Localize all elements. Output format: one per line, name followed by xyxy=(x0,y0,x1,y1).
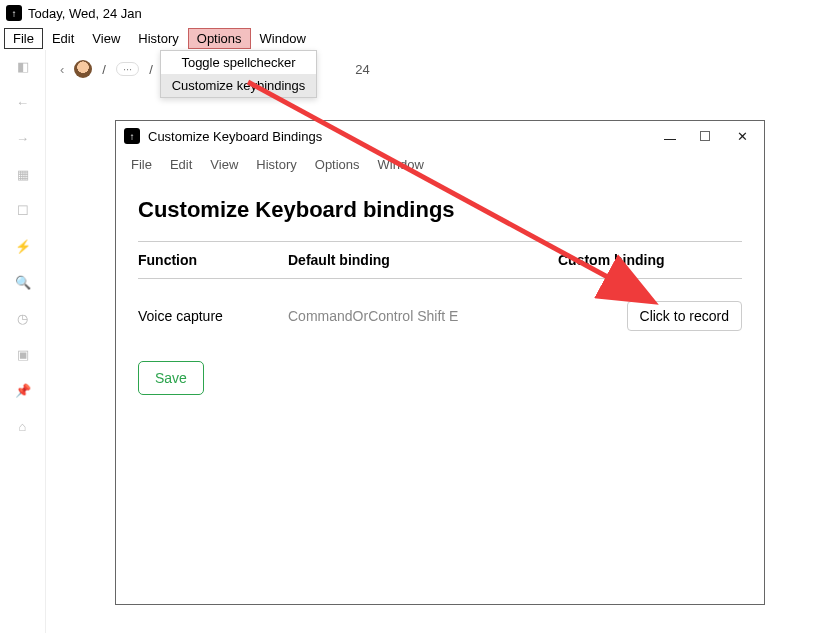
bolt-icon[interactable]: ⚡ xyxy=(13,236,33,256)
main-window-title: Today, Wed, 24 Jan xyxy=(28,6,142,21)
save-button[interactable]: Save xyxy=(138,361,204,395)
minimize-button[interactable] xyxy=(664,139,676,140)
save-icon[interactable]: ▣ xyxy=(13,344,33,364)
dialog-app-icon: ↑ xyxy=(124,128,140,144)
inbox-icon[interactable]: ☐ xyxy=(13,200,33,220)
main-titlebar: ↑ Today, Wed, 24 Jan xyxy=(0,0,832,26)
main-menubar: File Edit View History Options Window xyxy=(0,26,832,50)
calendar-icon[interactable]: ▦ xyxy=(13,164,33,184)
clock-icon[interactable]: ◷ xyxy=(13,308,33,328)
dialog-menubar: File Edit View History Options Window xyxy=(116,151,764,177)
search-icon[interactable]: 🔍 xyxy=(13,272,33,292)
dropdown-customize-keybindings[interactable]: Customize keybindings xyxy=(161,74,316,97)
menu-options[interactable]: Options xyxy=(188,28,251,49)
arrow-left-icon[interactable]: ← xyxy=(13,92,33,112)
menu-view[interactable]: View xyxy=(83,28,129,49)
dialog-title: Customize Keyboard Bindings xyxy=(148,129,322,144)
dialog-heading: Customize Keyboard bindings xyxy=(138,197,742,223)
dialog-menu-history[interactable]: History xyxy=(247,154,305,175)
row-default-binding: CommandOrControl Shift E xyxy=(288,308,558,324)
pin-icon[interactable]: 📌 xyxy=(13,380,33,400)
window-controls: ✕ xyxy=(664,129,750,144)
panel-icon[interactable]: ◧ xyxy=(13,56,33,76)
avatar[interactable] xyxy=(74,60,92,78)
dialog-menu-view[interactable]: View xyxy=(201,154,247,175)
menu-history[interactable]: History xyxy=(129,28,187,49)
dialog-menu-window[interactable]: Window xyxy=(369,154,433,175)
header-function: Function xyxy=(138,252,288,268)
table-row: Voice capture CommandOrControl Shift E C… xyxy=(138,279,742,345)
sidebar: ◧ ← → ▦ ☐ ⚡ 🔍 ◷ ▣ 📌 ⌂ xyxy=(0,50,46,633)
options-dropdown: Toggle spellchecker Customize keybinding… xyxy=(160,50,317,98)
menu-edit[interactable]: Edit xyxy=(43,28,83,49)
dialog-menu-options[interactable]: Options xyxy=(306,154,369,175)
menu-file[interactable]: File xyxy=(4,28,43,49)
table-header: Function Default binding Custom binding xyxy=(138,241,742,279)
close-button[interactable]: ✕ xyxy=(734,129,750,144)
breadcrumb-slash-2: / xyxy=(149,62,153,77)
app-icon: ↑ xyxy=(6,5,22,21)
menu-window[interactable]: Window xyxy=(251,28,315,49)
maximize-button[interactable] xyxy=(700,131,710,141)
drawer-icon[interactable]: ⌂ xyxy=(13,416,33,436)
click-to-record-button[interactable]: Click to record xyxy=(627,301,742,331)
dialog-menu-file[interactable]: File xyxy=(122,154,161,175)
row-function-label: Voice capture xyxy=(138,308,288,324)
keybindings-dialog: ↑ Customize Keyboard Bindings ✕ File Edi… xyxy=(115,120,765,605)
header-default-binding: Default binding xyxy=(288,252,558,268)
date-fragment: 24 xyxy=(355,62,369,77)
ellipsis-icon[interactable]: ··· xyxy=(116,62,139,76)
dialog-titlebar[interactable]: ↑ Customize Keyboard Bindings ✕ xyxy=(116,121,764,151)
chevron-left-icon[interactable]: ‹ xyxy=(60,62,64,77)
arrow-right-icon[interactable]: → xyxy=(13,128,33,148)
dialog-body: Customize Keyboard bindings Function Def… xyxy=(116,177,764,409)
dropdown-toggle-spellchecker[interactable]: Toggle spellchecker xyxy=(161,51,316,74)
breadcrumb-slash: / xyxy=(102,62,106,77)
dialog-menu-edit[interactable]: Edit xyxy=(161,154,201,175)
header-custom-binding: Custom binding xyxy=(558,252,742,268)
